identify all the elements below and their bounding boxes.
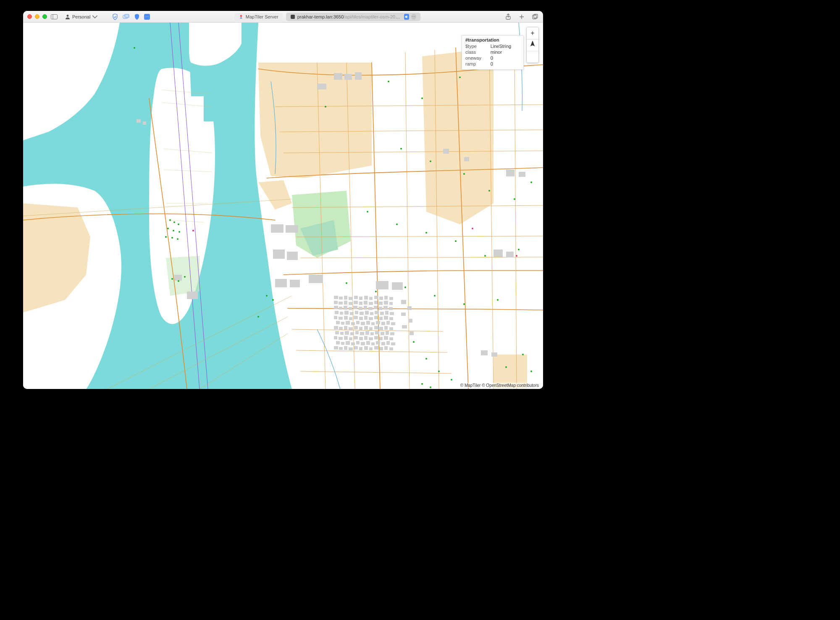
svg-rect-169 (519, 172, 525, 177)
tab-maptiler-server[interactable]: MapTiler Server (234, 13, 283, 21)
svg-rect-52 (353, 306, 357, 309)
svg-rect-113 (360, 332, 364, 335)
svg-rect-127 (369, 337, 373, 340)
svg-rect-29 (359, 297, 362, 300)
svg-rect-126 (364, 336, 368, 340)
shield-filled-icon[interactable] (133, 13, 141, 20)
svg-point-195 (463, 173, 465, 175)
svg-rect-89 (361, 322, 365, 325)
svg-point-211 (413, 341, 415, 343)
windows-icon[interactable] (122, 13, 130, 20)
svg-rect-131 (389, 337, 393, 340)
svg-rect-111 (350, 332, 354, 335)
more-icon[interactable]: ⋯ (411, 14, 416, 20)
sidebar-toggle-icon[interactable] (50, 13, 58, 20)
svg-rect-101 (359, 327, 362, 330)
titlebar: Personal ⋯ MapTiler Server prakhar-temp (23, 11, 543, 23)
svg-point-181 (171, 278, 173, 280)
svg-rect-33 (379, 297, 383, 300)
svg-rect-151 (369, 347, 373, 350)
table-row: ramp0 (465, 61, 520, 67)
chevron-down-icon (92, 14, 98, 20)
map-canvas[interactable]: + − #transportation $typeLineString clas… (23, 23, 543, 389)
svg-rect-124 (354, 336, 358, 339)
svg-rect-107 (389, 327, 393, 330)
attribution-maptiler[interactable]: © MapTiler (460, 383, 481, 388)
svg-rect-24 (334, 296, 338, 299)
svg-rect-40 (354, 301, 358, 304)
svg-rect-115 (370, 332, 374, 335)
svg-rect-93 (381, 322, 385, 325)
svg-point-174 (178, 223, 179, 225)
svg-rect-163 (464, 157, 469, 161)
svg-rect-164 (494, 250, 503, 257)
svg-point-214 (451, 379, 452, 381)
svg-point-179 (171, 237, 173, 239)
svg-rect-48 (334, 306, 338, 309)
svg-rect-106 (384, 326, 388, 330)
svg-point-197 (514, 198, 515, 200)
svg-rect-85 (341, 322, 344, 325)
svg-rect-162 (443, 149, 449, 154)
svg-rect-20 (287, 252, 298, 260)
svg-point-207 (404, 286, 406, 288)
map-attribution: © MapTiler © OpenStreetMap contributors (459, 383, 541, 388)
window-maximize-button[interactable] (42, 14, 47, 19)
svg-rect-10 (344, 74, 352, 80)
tab-active-url[interactable]: prakhar-temp.lan:3650/api/tiles/maptiler… (286, 13, 420, 21)
svg-rect-139 (371, 342, 375, 345)
svg-point-223 (516, 255, 517, 257)
svg-rect-81 (379, 317, 383, 320)
svg-rect-149 (359, 347, 362, 350)
profile-button[interactable]: Personal (61, 13, 101, 21)
svg-rect-37 (339, 302, 343, 305)
profile-label: Personal (72, 14, 90, 19)
svg-rect-171 (392, 282, 403, 290)
svg-point-196 (488, 190, 490, 192)
svg-rect-105 (379, 327, 383, 330)
svg-rect-96 (334, 326, 338, 329)
svg-rect-120 (334, 336, 337, 339)
svg-rect-156 (401, 300, 406, 304)
tab-overview-icon[interactable] (531, 13, 539, 20)
svg-point-193 (400, 148, 402, 150)
svg-rect-11 (355, 72, 362, 80)
svg-rect-19 (273, 250, 285, 259)
extension-icon[interactable]: ⋯ (144, 14, 150, 20)
svg-rect-62 (344, 311, 349, 315)
svg-rect-87 (351, 322, 355, 325)
svg-rect-140 (376, 341, 380, 344)
svg-point-187 (325, 106, 326, 108)
shield-icon[interactable] (111, 13, 119, 20)
svg-rect-110 (345, 331, 349, 335)
window-close-button[interactable] (27, 14, 32, 19)
compass-button[interactable] (527, 51, 538, 63)
svg-rect-22 (290, 280, 300, 287)
share-icon[interactable] (504, 13, 512, 20)
svg-rect-84 (336, 321, 340, 324)
svg-point-188 (388, 81, 389, 82)
svg-rect-165 (506, 252, 514, 257)
svg-point-178 (165, 236, 167, 238)
window-minimize-button[interactable] (35, 14, 39, 19)
svg-point-217 (505, 366, 507, 368)
svg-point-221 (192, 230, 194, 231)
svg-rect-31 (369, 297, 373, 300)
svg-rect-136 (356, 341, 360, 344)
svg-rect-4 (125, 14, 129, 18)
svg-rect-51 (349, 307, 352, 310)
svg-rect-137 (361, 342, 365, 345)
tab-label: MapTiler Server (246, 14, 278, 19)
svg-rect-133 (341, 342, 344, 345)
attribution-osm[interactable]: © OpenStreetMap contributors (482, 383, 539, 388)
svg-rect-14 (143, 121, 146, 125)
svg-point-219 (530, 370, 532, 372)
svg-rect-155 (389, 347, 393, 350)
audio-indicator-icon[interactable] (404, 14, 409, 20)
svg-rect-141 (381, 342, 385, 345)
svg-rect-118 (386, 331, 389, 335)
svg-rect-104 (374, 326, 378, 329)
new-tab-icon[interactable] (518, 13, 525, 20)
feature-inspector-panel: #transportation $typeLineString classmin… (462, 35, 524, 70)
compass-icon (527, 27, 538, 63)
